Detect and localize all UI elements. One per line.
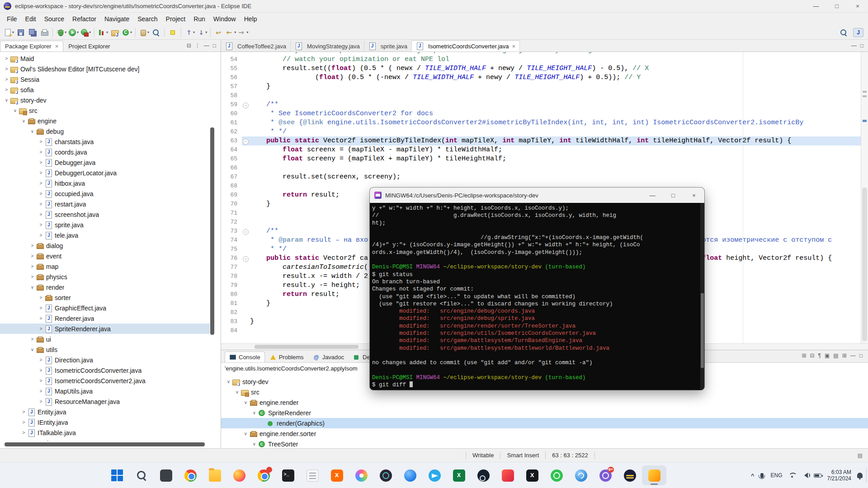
- terminal-minimize-button[interactable]: —: [642, 188, 663, 203]
- code-line-62[interactable]: 62 * */: [221, 127, 861, 136]
- terminal-scrollbar-thumb[interactable]: [701, 293, 704, 368]
- new-java-project-button[interactable]: [109, 27, 121, 38]
- terminal-output[interactable]: y +" w:"+ width +" h:"+ height, isoCoord…: [370, 203, 704, 390]
- back-button[interactable]: ▾: [225, 27, 237, 38]
- panel-tab-console[interactable]: Console: [225, 352, 265, 362]
- tree-item-tele-java[interactable]: >tele.java: [0, 230, 210, 240]
- taskbar-app-eclipse[interactable]: [618, 465, 642, 485]
- tree-item-charstats-java[interactable]: >charstats.java: [0, 136, 210, 147]
- taskbar-app-chrome[interactable]: [178, 465, 203, 485]
- editor-tab-movingstrategy-java[interactable]: MovingStrategy.java: [291, 41, 364, 52]
- taskbar-app-photos[interactable]: [349, 465, 373, 485]
- tree-item-engine-render[interactable]: ∨engine.render: [221, 397, 868, 408]
- tree-item-resourcemanager-java[interactable]: >ResourceManager.java: [0, 396, 210, 407]
- tree-item-maid[interactable]: >Maid: [0, 53, 210, 64]
- tree-item-sessia[interactable]: >Sessia: [0, 74, 210, 84]
- new-wizard-button[interactable]: ▾: [3, 27, 15, 38]
- code-line-56[interactable]: 56 (float) (0.5 * (-newx / TILE_WIDTH_HA…: [221, 73, 861, 82]
- tree-item-debugger-java[interactable]: >Debugger.java: [0, 157, 210, 168]
- menu-edit[interactable]: Edit: [21, 14, 40, 24]
- taskbar-app-file-explorer[interactable]: [203, 465, 227, 485]
- coverage-button[interactable]: ▾: [97, 27, 109, 38]
- tree-item-utils[interactable]: ∨utils: [0, 344, 210, 355]
- explorer-horizontal-scrollbar[interactable]: [5, 442, 205, 446]
- taskbar-app-steam[interactable]: [471, 465, 495, 485]
- tree-item-direction-java[interactable]: >Direction.java: [0, 355, 210, 365]
- notification-bell-icon[interactable]: [857, 473, 863, 478]
- taskbar-app-downloader[interactable]: [642, 465, 666, 485]
- open-console-icon[interactable]: ⊞: [840, 352, 849, 359]
- taskbar-app-viber[interactable]: 9+: [593, 465, 618, 485]
- code-line-66[interactable]: 66: [221, 164, 861, 173]
- tree-item-engine[interactable]: ∨engine: [0, 116, 210, 126]
- taskbar-app-telegram[interactable]: [422, 465, 447, 485]
- menu-run[interactable]: Run: [189, 14, 209, 24]
- tree-item-isometriccoordsconverter-java[interactable]: >IsometricCoordsConverter.java: [0, 365, 210, 375]
- menu-source[interactable]: Source: [40, 14, 68, 24]
- close-button[interactable]: ×: [847, 0, 868, 12]
- tree-item-debuggerlocator-java[interactable]: >DebuggerLocator.java: [0, 168, 210, 178]
- tree-item-coords-java[interactable]: >coords.java: [0, 147, 210, 157]
- last-edit-location-button[interactable]: [213, 27, 225, 38]
- tree-item-spriterenderer-java[interactable]: >SpriteRenderer.java: [0, 324, 210, 334]
- mintty-terminal-window[interactable]: MINGW64:/c/Users/Denis-PC/eclipse-worksp…: [370, 188, 704, 390]
- taskbar-app-orange-x[interactable]: [325, 465, 349, 485]
- taskbar-app-chrome-2[interactable]: [251, 465, 276, 485]
- tree-item-spriterenderer[interactable]: ∨SpriteRenderer: [221, 408, 868, 418]
- tree-item-k-java[interactable]: K...java: [0, 438, 210, 441]
- maximize-view-icon[interactable]: □: [211, 42, 218, 49]
- menu-file[interactable]: File: [3, 14, 21, 24]
- code-line-57[interactable]: 57 }: [221, 82, 861, 91]
- terminal-title-bar[interactable]: MINGW64:/c/Users/Denis-PC/eclipse-worksp…: [370, 188, 704, 203]
- scroll-lock-icon[interactable]: ⊟: [808, 352, 816, 359]
- minimize-view-icon[interactable]: —: [202, 42, 211, 49]
- taskbar-app-x[interactable]: [520, 465, 544, 485]
- battery-icon[interactable]: [814, 474, 821, 478]
- tree-item-isometriccoordsconverter2-java[interactable]: >IsometricCoordsConverter2.java: [0, 375, 210, 386]
- close-view-icon[interactable]: ×: [55, 43, 59, 50]
- code-line-60[interactable]: 60 * See IsometricCoordsConverter2 for d…: [221, 109, 861, 118]
- next-annotation-button[interactable]: ▾: [196, 27, 208, 38]
- tree-item-engine-render-sorter[interactable]: ∨engine.render.sorter: [221, 428, 868, 439]
- taskbar-search-button[interactable]: [129, 465, 154, 485]
- tree-item-graphiceffect-java[interactable]: >GraphicEffect.java: [0, 303, 210, 313]
- taskbar-app-blue[interactable]: [398, 465, 422, 485]
- print-button[interactable]: [38, 27, 50, 38]
- console-display-icon[interactable]: ▤: [831, 352, 840, 359]
- tree-item-treesorter[interactable]: ∨TreeSorter: [221, 439, 868, 448]
- code-line-61[interactable]: 61 * @see {@link engine.utils.IsometricC…: [221, 118, 861, 127]
- wifi-icon[interactable]: [788, 473, 796, 479]
- debug-button[interactable]: ▾: [55, 27, 67, 38]
- code-line-67[interactable]: 67 result.set(screenx, screeny);: [221, 173, 861, 182]
- minimize-panel-icon[interactable]: —: [849, 352, 858, 359]
- taskbar-app-gitkraken[interactable]: [373, 465, 398, 485]
- tree-item-ui[interactable]: >ui: [0, 334, 210, 344]
- taskbar-app-whatsapp[interactable]: [544, 465, 569, 485]
- mark-occurrences-button[interactable]: [167, 27, 179, 38]
- view-menu-icon[interactable]: ⋮: [193, 42, 202, 49]
- tree-item-entity-java[interactable]: >Entity.java: [0, 407, 210, 417]
- editor-presentation-icon[interactable]: ▤: [858, 452, 863, 459]
- code-line-63[interactable]: 63 public static Vector2f isometricByTil…: [221, 136, 861, 145]
- menu-navigate[interactable]: Navigate: [100, 14, 133, 24]
- microphone-icon[interactable]: [760, 473, 764, 478]
- editor-scrollbar-thumb[interactable]: [862, 188, 867, 341]
- terminal-scrollbar[interactable]: [700, 203, 704, 390]
- menu-project[interactable]: Project: [162, 14, 190, 24]
- editor-tab-isometriccoordsconverter-java[interactable]: IsometricCoordsConverter.java×: [412, 40, 520, 52]
- collapse-all-icon[interactable]: ⊟: [185, 42, 193, 49]
- tree-item-src[interactable]: ∨src: [0, 105, 210, 116]
- tree-item-render-graphics[interactable]: render(Graphics): [221, 418, 868, 428]
- save-button[interactable]: [15, 27, 27, 38]
- taskbar-start-button[interactable]: [105, 465, 129, 485]
- tree-item-sorter[interactable]: >sorter: [0, 292, 210, 303]
- panel-tab-javadoc[interactable]: Javadoc: [308, 352, 349, 362]
- explorer-vertical-scrollbar[interactable]: [210, 127, 214, 335]
- new-java-class-button[interactable]: ▾: [121, 27, 133, 38]
- code-line-54[interactable]: 54 // watch your optimization or eat NPE…: [221, 55, 861, 64]
- tree-item-sprite-java[interactable]: >sprite.java: [0, 220, 210, 230]
- search-button[interactable]: [150, 27, 162, 38]
- language-indicator[interactable]: ENG: [771, 472, 783, 479]
- taskbar-app-red[interactable]: [495, 465, 520, 485]
- tree-item-maputils-java[interactable]: >MapUtils.java: [0, 386, 210, 396]
